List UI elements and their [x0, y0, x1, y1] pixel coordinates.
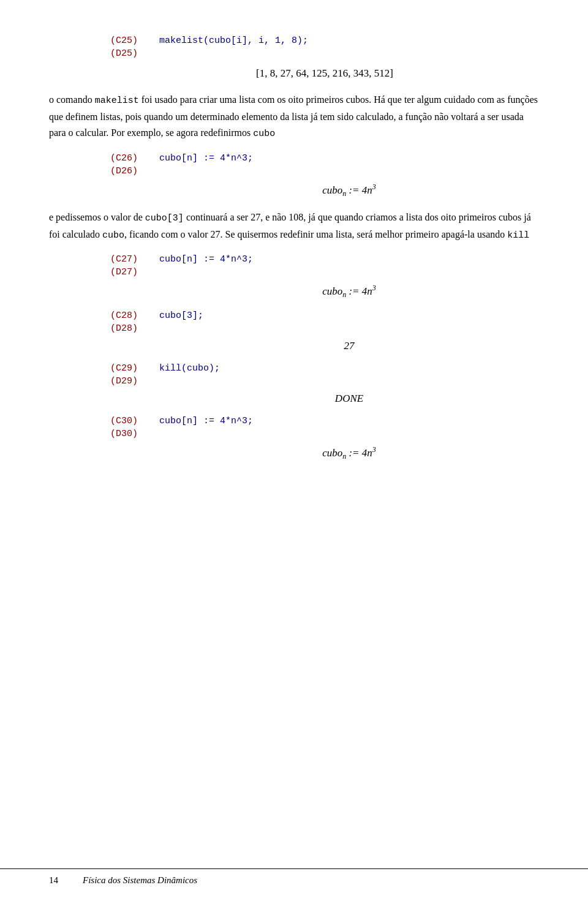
- d27-math-assign: := 4: [349, 285, 367, 297]
- d25-label-line: (D25): [110, 48, 539, 59]
- d28-number: 27: [344, 340, 355, 352]
- c28-label: (C28): [110, 311, 147, 321]
- paragraph-2: e pedissemos o valor de cubo[3] continua…: [49, 209, 539, 244]
- block-c30: (C30) cubo[n] := 4*n^3; (D30) cubon := 4…: [110, 416, 539, 461]
- d30-label-line: (D30): [110, 429, 539, 439]
- c29-command-line: (C29) kill(cubo);: [110, 363, 539, 374]
- block-c27: (C27) cubo[n] := 4*n^3; (D27) cubon := 4…: [110, 254, 539, 299]
- d30-math-sup: 3: [372, 445, 376, 454]
- para2-text3: , ficando com o valor 27. Se quisermos r…: [124, 229, 507, 239]
- d27-label-line: (D27): [110, 267, 539, 277]
- para2-text1: e pedissemos o valor de: [49, 212, 145, 222]
- d26-math-sub: n: [342, 189, 346, 198]
- d26-math-var: n: [367, 184, 372, 196]
- d29-done: DONE: [335, 393, 363, 405]
- d27-math-var: n: [367, 285, 372, 297]
- d26-math-sup: 3: [372, 183, 376, 191]
- para1-as: as: [497, 94, 505, 105]
- d25-output-text: [1, 8, 27, 64, 125, 216, 343, 512]: [256, 67, 393, 80]
- d26-label: (D26): [110, 166, 147, 176]
- d25-output: [1, 8, 27, 64, 125, 216, 343, 512]: [110, 67, 539, 80]
- c29-label: (C29): [110, 363, 147, 374]
- d26-math-base: cubo: [322, 184, 342, 196]
- book-title: Física dos Sistemas Dinâmicos: [83, 875, 197, 886]
- block-c28: (C28) cubo[3]; (D28) 27: [110, 311, 539, 352]
- d30-math-var: n: [367, 447, 372, 459]
- para2-kill: kill: [507, 230, 529, 241]
- c29-code: kill(cubo);: [159, 363, 220, 374]
- d26-label-line: (D26): [110, 166, 539, 176]
- page-footer: 14 Física dos Sistemas Dinâmicos: [0, 868, 588, 886]
- d30-math: cubon := 4n3: [322, 445, 376, 461]
- d27-output: cubon := 4n3: [110, 284, 539, 299]
- c30-label: (C30): [110, 416, 147, 426]
- para2-cubo3: cubo[3]: [145, 213, 184, 224]
- d30-label: (D30): [110, 429, 147, 439]
- para1-makelist: makelist: [95, 96, 139, 106]
- d27-math-sub: n: [342, 290, 346, 299]
- d26-math: cubon := 4n3: [322, 183, 376, 198]
- c30-code: cubo[n] := 4*n^3;: [159, 416, 253, 426]
- d27-label: (D27): [110, 267, 147, 277]
- d27-math: cubon := 4n3: [322, 284, 376, 299]
- d28-output: 27: [110, 340, 539, 352]
- c25-label: (C25): [110, 36, 147, 46]
- d28-label: (D28): [110, 323, 147, 334]
- para1-cubo: cubo: [253, 129, 275, 139]
- c27-label: (C27): [110, 254, 147, 265]
- d30-output: cubon := 4n3: [110, 445, 539, 461]
- para1-text-mid: foi usado para criar uma lista com os oi…: [139, 94, 497, 105]
- page: (C25) makelist(cubo[i], i, 1, 8); (D25) …: [0, 0, 588, 904]
- d26-math-assign: := 4: [349, 184, 367, 196]
- d29-label: (D29): [110, 376, 147, 386]
- d27-math-base: cubo: [322, 285, 342, 297]
- d30-math-assign: := 4: [349, 447, 367, 459]
- c27-code: cubo[n] := 4*n^3;: [159, 254, 253, 265]
- d30-math-base: cubo: [322, 447, 342, 459]
- d30-math-sub: n: [342, 453, 346, 461]
- d25-label: (D25): [110, 48, 147, 59]
- block-c29: (C29) kill(cubo); (D29) DONE: [110, 363, 539, 405]
- d29-output: DONE: [110, 393, 539, 405]
- paragraph-1: o comando makelist foi usado para criar …: [49, 92, 539, 142]
- d26-output: cubon := 4n3: [110, 183, 539, 198]
- para1-text-start: o comando: [49, 94, 95, 105]
- block-c25: (C25) makelist(cubo[i], i, 1, 8); (D25) …: [110, 36, 539, 80]
- c26-label: (C26): [110, 153, 147, 164]
- c25-command-line: (C25) makelist(cubo[i], i, 1, 8);: [110, 36, 539, 46]
- block-c26: (C26) cubo[n] := 4*n^3; (D26) cubon := 4…: [110, 153, 539, 198]
- d27-math-sup: 3: [372, 284, 376, 292]
- c30-command-line: (C30) cubo[n] := 4*n^3;: [110, 416, 539, 426]
- c27-command-line: (C27) cubo[n] := 4*n^3;: [110, 254, 539, 265]
- d28-label-line: (D28): [110, 323, 539, 334]
- c28-command-line: (C28) cubo[3];: [110, 311, 539, 321]
- para2-cubo: cubo: [102, 230, 124, 241]
- c26-command-line: (C26) cubo[n] := 4*n^3;: [110, 153, 539, 164]
- d29-label-line: (D29): [110, 376, 539, 386]
- c26-code: cubo[n] := 4*n^3;: [159, 153, 253, 164]
- c25-code: makelist(cubo[i], i, 1, 8);: [159, 36, 308, 46]
- c28-code: cubo[3];: [159, 311, 203, 321]
- page-number: 14: [49, 875, 58, 886]
